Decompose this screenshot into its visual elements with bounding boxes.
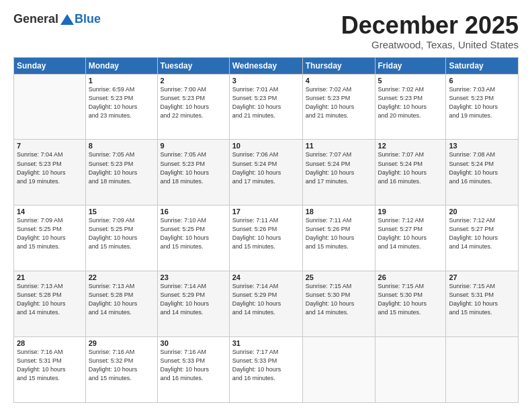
title-area: December 2025 Greatwood, Texas, United S… <box>341 12 519 50</box>
day-info: Sunrise: 7:12 AM Sunset: 5:27 PM Dayligh… <box>378 216 443 251</box>
day-number: 24 <box>232 273 300 281</box>
day-info: Sunrise: 7:01 AM Sunset: 5:23 PM Dayligh… <box>232 85 300 120</box>
calendar-cell: 17Sunrise: 7:11 AM Sunset: 5:26 PM Dayli… <box>229 205 302 271</box>
calendar-cell: 15Sunrise: 7:09 AM Sunset: 5:25 PM Dayli… <box>85 205 157 271</box>
calendar-cell <box>14 74 86 140</box>
weekday-header-saturday: Saturday <box>446 57 519 74</box>
day-number: 9 <box>161 142 226 150</box>
calendar-cell: 16Sunrise: 7:10 AM Sunset: 5:25 PM Dayli… <box>157 205 229 271</box>
day-number: 25 <box>306 273 372 281</box>
calendar-cell: 6Sunrise: 7:03 AM Sunset: 5:23 PM Daylig… <box>446 74 519 140</box>
calendar-table: SundayMondayTuesdayWednesdayThursdayFrid… <box>13 57 519 403</box>
day-info: Sunrise: 7:09 AM Sunset: 5:25 PM Dayligh… <box>89 216 154 251</box>
calendar-cell: 11Sunrise: 7:07 AM Sunset: 5:24 PM Dayli… <box>302 140 375 205</box>
day-number: 23 <box>161 273 226 281</box>
calendar-cell: 7Sunrise: 7:04 AM Sunset: 5:23 PM Daylig… <box>14 140 86 205</box>
day-info: Sunrise: 7:13 AM Sunset: 5:28 PM Dayligh… <box>89 282 154 317</box>
day-number: 19 <box>378 208 443 216</box>
weekday-header-sunday: Sunday <box>14 57 86 74</box>
day-number: 20 <box>449 208 515 216</box>
day-number: 3 <box>232 77 300 85</box>
day-number: 29 <box>89 339 154 347</box>
calendar-cell: 21Sunrise: 7:13 AM Sunset: 5:28 PM Dayli… <box>14 271 86 337</box>
day-info: Sunrise: 7:16 AM Sunset: 5:33 PM Dayligh… <box>161 348 226 383</box>
day-info: Sunrise: 7:07 AM Sunset: 5:24 PM Dayligh… <box>378 150 443 185</box>
calendar-cell: 30Sunrise: 7:16 AM Sunset: 5:33 PM Dayli… <box>157 337 229 403</box>
day-info: Sunrise: 7:10 AM Sunset: 5:25 PM Dayligh… <box>161 216 226 251</box>
day-number: 5 <box>378 77 443 85</box>
day-info: Sunrise: 7:14 AM Sunset: 5:29 PM Dayligh… <box>232 282 300 317</box>
day-info: Sunrise: 7:00 AM Sunset: 5:23 PM Dayligh… <box>161 85 226 120</box>
calendar-cell: 29Sunrise: 7:16 AM Sunset: 5:32 PM Dayli… <box>85 337 157 403</box>
day-info: Sunrise: 7:17 AM Sunset: 5:33 PM Dayligh… <box>232 348 300 383</box>
day-info: Sunrise: 7:15 AM Sunset: 5:31 PM Dayligh… <box>449 282 515 317</box>
day-info: Sunrise: 7:14 AM Sunset: 5:29 PM Dayligh… <box>161 282 226 317</box>
calendar-cell: 26Sunrise: 7:15 AM Sunset: 5:30 PM Dayli… <box>375 271 446 337</box>
calendar-cell: 3Sunrise: 7:01 AM Sunset: 5:23 PM Daylig… <box>229 74 302 140</box>
calendar-cell: 24Sunrise: 7:14 AM Sunset: 5:29 PM Dayli… <box>229 271 302 337</box>
day-number: 15 <box>89 208 154 216</box>
svg-marker-0 <box>60 14 74 25</box>
day-info: Sunrise: 7:16 AM Sunset: 5:32 PM Dayligh… <box>89 348 154 383</box>
day-info: Sunrise: 7:11 AM Sunset: 5:26 PM Dayligh… <box>232 216 300 251</box>
calendar-cell: 25Sunrise: 7:15 AM Sunset: 5:30 PM Dayli… <box>302 271 375 337</box>
day-info: Sunrise: 7:02 AM Sunset: 5:23 PM Dayligh… <box>306 85 372 120</box>
day-number: 26 <box>378 273 443 281</box>
logo-general: General <box>13 12 58 26</box>
day-number: 12 <box>378 142 443 150</box>
calendar-cell: 31Sunrise: 7:17 AM Sunset: 5:33 PM Dayli… <box>229 337 302 403</box>
calendar-cell: 5Sunrise: 7:02 AM Sunset: 5:23 PM Daylig… <box>375 74 446 140</box>
day-info: Sunrise: 7:07 AM Sunset: 5:24 PM Dayligh… <box>306 150 372 185</box>
week-row-3: 14Sunrise: 7:09 AM Sunset: 5:25 PM Dayli… <box>14 205 519 271</box>
weekday-header-row: SundayMondayTuesdayWednesdayThursdayFrid… <box>14 57 519 74</box>
weekday-header-monday: Monday <box>85 57 157 74</box>
weekday-header-tuesday: Tuesday <box>157 57 229 74</box>
calendar-cell <box>375 337 446 403</box>
day-number: 16 <box>161 208 226 216</box>
day-number: 21 <box>17 273 83 281</box>
logo-text: GeneralBlue <box>13 12 101 26</box>
day-info: Sunrise: 7:08 AM Sunset: 5:24 PM Dayligh… <box>449 150 515 185</box>
calendar-cell: 8Sunrise: 7:05 AM Sunset: 5:23 PM Daylig… <box>85 140 157 205</box>
calendar-cell: 10Sunrise: 7:06 AM Sunset: 5:24 PM Dayli… <box>229 140 302 205</box>
calendar-cell: 20Sunrise: 7:12 AM Sunset: 5:27 PM Dayli… <box>446 205 519 271</box>
calendar-cell: 9Sunrise: 7:05 AM Sunset: 5:23 PM Daylig… <box>157 140 229 205</box>
week-row-1: 1Sunrise: 6:59 AM Sunset: 5:23 PM Daylig… <box>14 74 519 140</box>
day-info: Sunrise: 6:59 AM Sunset: 5:23 PM Dayligh… <box>89 85 154 120</box>
calendar-cell: 18Sunrise: 7:11 AM Sunset: 5:26 PM Dayli… <box>302 205 375 271</box>
day-number: 22 <box>89 273 154 281</box>
logo-icon <box>60 13 75 26</box>
day-number: 17 <box>232 208 300 216</box>
calendar-cell: 22Sunrise: 7:13 AM Sunset: 5:28 PM Dayli… <box>85 271 157 337</box>
day-info: Sunrise: 7:09 AM Sunset: 5:25 PM Dayligh… <box>17 216 83 251</box>
day-number: 2 <box>161 77 226 85</box>
logo-blue: Blue <box>75 12 101 26</box>
day-info: Sunrise: 7:15 AM Sunset: 5:30 PM Dayligh… <box>306 282 372 317</box>
calendar-cell: 19Sunrise: 7:12 AM Sunset: 5:27 PM Dayli… <box>375 205 446 271</box>
day-number: 6 <box>449 77 515 85</box>
month-title: December 2025 <box>341 12 519 39</box>
calendar-cell: 12Sunrise: 7:07 AM Sunset: 5:24 PM Dayli… <box>375 140 446 205</box>
day-info: Sunrise: 7:05 AM Sunset: 5:23 PM Dayligh… <box>161 150 226 185</box>
day-number: 11 <box>306 142 372 150</box>
calendar-cell: 27Sunrise: 7:15 AM Sunset: 5:31 PM Dayli… <box>446 271 519 337</box>
day-info: Sunrise: 7:05 AM Sunset: 5:23 PM Dayligh… <box>89 150 154 185</box>
calendar-cell <box>446 337 519 403</box>
day-number: 4 <box>306 77 372 85</box>
day-number: 30 <box>161 339 226 347</box>
calendar-cell: 4Sunrise: 7:02 AM Sunset: 5:23 PM Daylig… <box>302 74 375 140</box>
day-number: 31 <box>232 339 300 347</box>
day-info: Sunrise: 7:02 AM Sunset: 5:23 PM Dayligh… <box>378 85 443 120</box>
header: GeneralBlue December 2025 Greatwood, Tex… <box>13 12 519 50</box>
page: GeneralBlue December 2025 Greatwood, Tex… <box>0 0 532 411</box>
day-number: 18 <box>306 208 372 216</box>
day-info: Sunrise: 7:15 AM Sunset: 5:30 PM Dayligh… <box>378 282 443 317</box>
day-number: 28 <box>17 339 83 347</box>
day-info: Sunrise: 7:12 AM Sunset: 5:27 PM Dayligh… <box>449 216 515 251</box>
calendar-cell: 14Sunrise: 7:09 AM Sunset: 5:25 PM Dayli… <box>14 205 86 271</box>
day-number: 27 <box>449 273 515 281</box>
logo: GeneralBlue <box>13 12 101 26</box>
week-row-5: 28Sunrise: 7:16 AM Sunset: 5:31 PM Dayli… <box>14 337 519 403</box>
day-number: 14 <box>17 208 83 216</box>
week-row-2: 7Sunrise: 7:04 AM Sunset: 5:23 PM Daylig… <box>14 140 519 205</box>
